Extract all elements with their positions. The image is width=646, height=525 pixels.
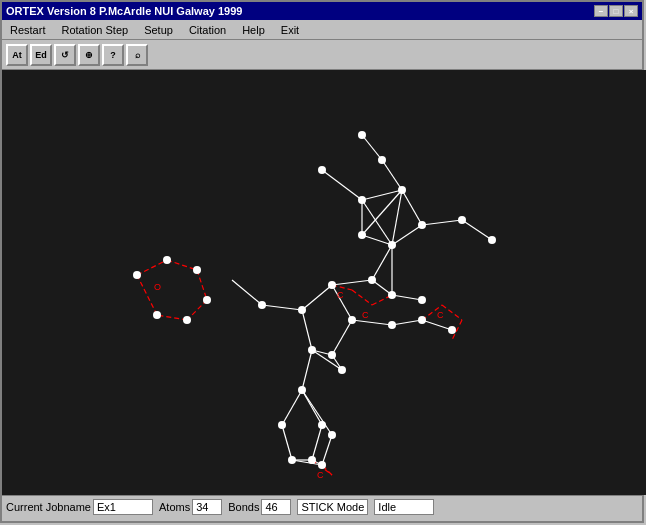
svg-line-41: [167, 260, 197, 270]
svg-line-13: [372, 245, 392, 280]
mode-field: STICK Mode: [297, 499, 368, 515]
svg-point-64: [368, 276, 376, 284]
svg-point-54: [318, 166, 326, 174]
menu-rotation-step[interactable]: Rotation Step: [57, 22, 132, 38]
minimize-button[interactable]: −: [594, 5, 608, 17]
svg-point-70: [258, 301, 266, 309]
rotate-icon: ↺: [61, 50, 69, 60]
atom-btn-label: At: [12, 50, 22, 60]
svg-line-19: [312, 425, 322, 460]
svg-point-86: [193, 266, 201, 274]
status-bar: Current Jobname Ex1 Atoms 34 Bonds 46 ST…: [2, 495, 642, 517]
zoom-button[interactable]: ⌕: [126, 44, 148, 66]
svg-point-77: [388, 291, 396, 299]
help-button[interactable]: ?: [102, 44, 124, 66]
svg-point-66: [298, 306, 306, 314]
svg-point-75: [418, 316, 426, 324]
molecule-svg: O C C C C: [2, 70, 646, 495]
svg-line-2: [402, 190, 422, 225]
svg-text:C: C: [437, 310, 444, 320]
svg-point-73: [338, 366, 346, 374]
svg-line-10: [462, 220, 492, 240]
svg-text:C: C: [337, 290, 344, 300]
svg-point-55: [358, 196, 366, 204]
svg-line-25: [312, 350, 342, 370]
svg-point-89: [153, 311, 161, 319]
svg-point-80: [288, 456, 296, 464]
menu-exit[interactable]: Exit: [277, 22, 303, 38]
svg-line-15: [302, 285, 332, 310]
svg-point-57: [418, 221, 426, 229]
atoms-field: Atoms 34: [159, 499, 222, 515]
svg-line-30: [322, 435, 332, 465]
menu-setup[interactable]: Setup: [140, 22, 177, 38]
svg-line-40: [137, 260, 167, 275]
svg-point-60: [458, 216, 466, 224]
molecular-canvas[interactable]: O C C C C: [2, 70, 646, 495]
svg-text:C: C: [317, 470, 324, 480]
svg-point-68: [298, 386, 306, 394]
svg-point-65: [328, 281, 336, 289]
svg-line-43: [187, 300, 207, 320]
atoms-label: Atoms: [159, 501, 190, 513]
menu-help[interactable]: Help: [238, 22, 269, 38]
svg-line-34: [352, 320, 392, 325]
mode-value: STICK Mode: [297, 499, 368, 515]
svg-point-61: [488, 236, 496, 244]
svg-point-87: [203, 296, 211, 304]
jobname-value: Ex1: [93, 499, 153, 515]
svg-point-63: [358, 131, 366, 139]
svg-point-74: [388, 321, 396, 329]
svg-line-4: [362, 235, 392, 245]
edit-btn-label: Ed: [35, 50, 47, 60]
jobname-label: Current Jobname: [6, 501, 91, 513]
svg-line-20: [262, 305, 302, 310]
svg-line-36: [422, 320, 452, 330]
svg-point-71: [348, 316, 356, 324]
svg-line-6: [392, 190, 402, 245]
svg-point-81: [308, 456, 316, 464]
app-window: ORTEX Version 8 P.McArdle NUI Galway 199…: [0, 0, 644, 523]
svg-line-42: [197, 270, 207, 300]
edit-button[interactable]: Ed: [30, 44, 52, 66]
svg-text:O: O: [154, 282, 161, 292]
svg-point-76: [448, 326, 456, 334]
svg-point-84: [133, 271, 141, 279]
svg-point-79: [278, 421, 286, 429]
menu-citation[interactable]: Citation: [185, 22, 230, 38]
help-icon: ?: [110, 50, 116, 60]
close-button[interactable]: ×: [624, 5, 638, 17]
bonds-field: Bonds 46: [228, 499, 291, 515]
atom-button[interactable]: At: [6, 44, 28, 66]
menu-restart[interactable]: Restart: [6, 22, 49, 38]
rotate-button[interactable]: ↺: [54, 44, 76, 66]
origin-icon: ⊕: [85, 50, 93, 60]
svg-point-62: [378, 156, 386, 164]
origin-button[interactable]: ⊕: [78, 44, 100, 66]
svg-text:C: C: [362, 310, 369, 320]
svg-line-16: [302, 310, 312, 350]
svg-line-17: [302, 350, 312, 390]
svg-line-47: [352, 290, 372, 305]
svg-point-78: [418, 296, 426, 304]
svg-line-0: [322, 170, 362, 200]
svg-line-45: [137, 275, 157, 315]
title-bar: ORTEX Version 8 P.McArdle NUI Galway 199…: [2, 2, 642, 20]
svg-line-50: [442, 305, 462, 320]
app-title: ORTEX Version 8 P.McArdle NUI Galway 199…: [6, 5, 242, 17]
jobname-field: Current Jobname Ex1: [6, 499, 153, 515]
svg-line-7: [362, 190, 402, 235]
menu-bar: Restart Rotation Step Setup Citation Hel…: [2, 20, 642, 40]
svg-point-59: [358, 231, 366, 239]
svg-point-56: [398, 186, 406, 194]
svg-point-85: [163, 256, 171, 264]
state-value: Idle: [374, 499, 434, 515]
maximize-button[interactable]: □: [609, 5, 623, 17]
svg-line-44: [157, 315, 187, 320]
svg-line-23: [332, 320, 352, 355]
bonds-label: Bonds: [228, 501, 259, 513]
bonds-value: 46: [261, 499, 291, 515]
svg-line-39: [392, 295, 422, 300]
svg-line-3: [392, 225, 422, 245]
svg-point-82: [318, 461, 326, 469]
